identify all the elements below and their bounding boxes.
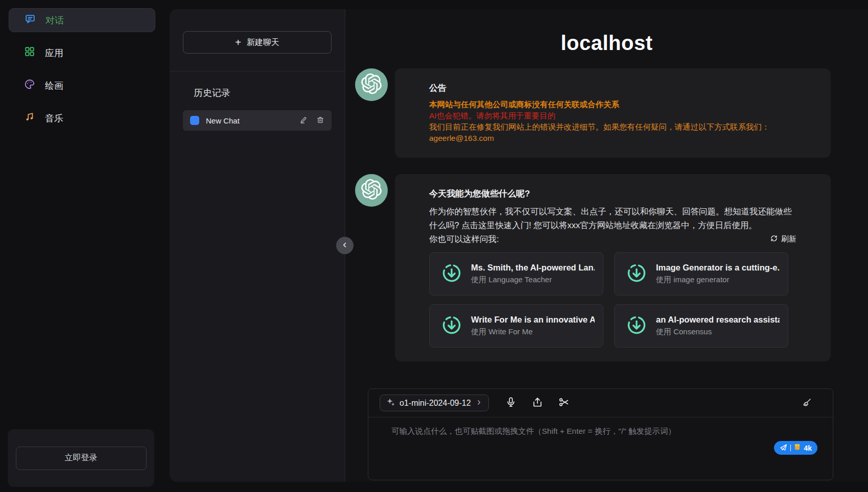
login-button[interactable]: 立即登录 [16,447,147,470]
pencil-icon [299,116,308,126]
announcement-heading: 公告 [429,82,796,94]
collapse-sidebar-button[interactable] [336,237,354,254]
welcome-bubble: 今天我能为您做些什么呢? 作为你的智慧伙伴，我不仅可以写文案、出点子，还可以和你… [395,174,831,361]
suggestion-card[interactable]: Ms. Smith, the AI-powered Lan... 使用 Lang… [429,252,603,296]
assistant-avatar [355,174,388,207]
suggestion-title: an AI-powered research assista... [656,315,780,325]
plus-icon: + [235,37,241,47]
arrow-down-circle-icon [441,314,462,338]
upload-button[interactable] [532,397,543,409]
suggestion-card[interactable]: an AI-powered research assista... 使用 Con… [614,304,788,348]
main-column: localhost 公告 本网站与任何其他公司或商标没有任何关联或合作关系 [345,9,868,482]
music-note-icon [24,111,35,125]
suggestion-title: Write For Me is an innovative A... [471,315,595,325]
announcement-line: 我们目前正在修复我们网站上的错误并改进细节。如果您有任何疑问，请通过以下方式联系… [429,121,796,133]
token-count: 4k [804,444,812,452]
delete-conversation-button[interactable] [315,115,325,127]
arrow-down-circle-icon [626,314,647,338]
badge-separator [790,445,791,451]
suggestion-subtitle: 使用 Consensus [656,327,780,337]
sidebar-item-drawing[interactable]: 绘画 [9,73,155,97]
chat-list-column: + 新建聊天 历史记录 New Chat [170,9,345,482]
sidebar-item-label: 音乐 [45,112,63,125]
microphone-icon [505,397,517,409]
model-name: o1-mini-2024-09-12 [400,399,471,408]
chatgpt-logo-icon [361,73,382,96]
content-panel: + 新建聊天 历史记录 New Chat [170,9,868,482]
chat-bubble-icon [25,13,36,27]
sidebar: 对话 应用 绘画 [0,0,170,492]
clear-context-button[interactable] [802,397,812,409]
sparkle-icon [386,398,395,408]
upload-icon [532,397,543,409]
new-chat-label: 新建聊天 [247,37,279,48]
contact-email-link[interactable]: ageerle@163.com [429,133,796,144]
sidebar-item-label: 绘画 [45,80,63,92]
suggestion-grid: Ms. Smith, the AI-powered Lan... 使用 Lang… [429,252,796,348]
microphone-button[interactable] [505,397,517,409]
model-selector[interactable]: o1-mini-2024-09-12 [380,395,489,411]
arrow-down-circle-icon [626,262,647,286]
assistant-avatar [355,68,388,101]
trash-icon [316,116,324,126]
chatgpt-logo-icon [361,179,382,202]
sidebar-item-apps[interactable]: 应用 [9,41,155,65]
chevron-right-icon [476,399,482,408]
history-heading: 历史记录 [194,87,332,99]
suggestion-title: Ms. Smith, the AI-powered Lan... [471,263,595,273]
sidebar-footer: 立即登录 [8,429,154,487]
conversation-title: New Chat [206,116,292,125]
announcement-line: AI也会犯错。请勿将其用于重要目的 [429,110,796,121]
suggestion-subtitle: 使用 image generator [656,275,780,285]
sidebar-item-label: 应用 [45,47,63,59]
divider [170,71,345,71]
grid-apps-icon [24,46,35,60]
send-plane-icon [780,444,787,453]
sidebar-item-music[interactable]: 音乐 [9,106,155,130]
scissors-button[interactable] [558,397,570,409]
suggestion-card[interactable]: Image Generator is a cutting-e... 使用 ima… [614,252,788,296]
composer-toolbar: o1-mini-2024-09-12 [368,389,833,417]
announcement-line: 本网站与任何其他公司或商标没有任何关联或合作关系 [429,99,796,110]
broom-icon [802,397,812,409]
scissors-icon [558,397,570,409]
edit-conversation-button[interactable] [298,115,309,127]
conversation-icon [190,116,199,125]
page-title: localhost [345,32,868,55]
chevron-left-icon [341,241,349,251]
ask-hint: 你也可以这样问我: [429,232,499,246]
message-list: 公告 本网站与任何其他公司或商标没有任何关联或合作关系 AI也会犯错。请勿将其用… [345,68,868,378]
arrow-down-circle-icon [441,262,462,286]
refresh-suggestions-button[interactable]: 刷新 [770,234,796,244]
suggestion-subtitle: 使用 Language Teacher [471,275,595,285]
refresh-icon [770,234,778,244]
announcement-message: 公告 本网站与任何其他公司或商标没有任何关联或合作关系 AI也会犯错。请勿将其用… [355,68,831,158]
welcome-body: 作为你的智慧伙伴，我不仅可以写文案、出点子，还可以和你聊天、回答问题。想知道我还… [429,205,796,232]
new-chat-button[interactable]: + 新建聊天 [183,31,332,54]
coin-icon [794,444,801,452]
sidebar-item-label: 对话 [45,14,64,27]
message-input[interactable] [368,417,833,454]
send-token-badge[interactable]: 4k [774,441,817,455]
welcome-heading: 今天我能为您做些什么呢? [429,188,796,200]
announcement-bubble: 公告 本网站与任何其他公司或商标没有任何关联或合作关系 AI也会犯错。请勿将其用… [395,68,831,158]
palette-icon [24,79,35,92]
composer: o1-mini-2024-09-12 [368,388,833,480]
suggestion-card[interactable]: Write For Me is an innovative A... 使用 Wr… [429,304,603,348]
refresh-label: 刷新 [781,234,796,244]
app-window: 对话 应用 绘画 [0,0,868,492]
welcome-message: 今天我能为您做些什么呢? 作为你的智慧伙伴，我不仅可以写文案、出点子，还可以和你… [355,174,831,361]
sidebar-item-chat[interactable]: 对话 [9,8,155,32]
suggestion-subtitle: 使用 Write For Me [471,327,595,337]
suggestion-title: Image Generator is a cutting-e... [656,263,780,273]
conversation-item[interactable]: New Chat [183,110,332,131]
